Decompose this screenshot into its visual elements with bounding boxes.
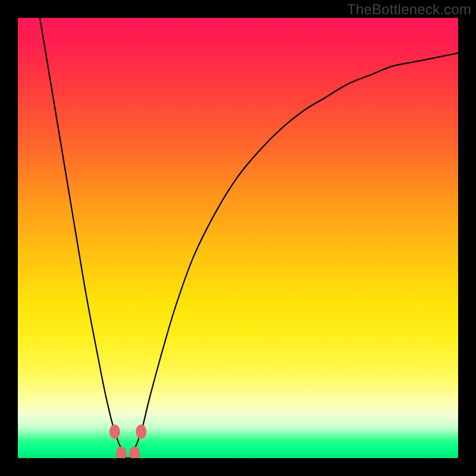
data-marker [109,425,120,439]
markers-group [109,425,146,458]
data-marker [116,447,127,458]
data-marker [136,425,146,439]
watermark-text: TheBottleneck.com [347,1,471,18]
chart-svg [18,18,458,458]
data-marker [129,447,140,458]
bottleneck-curve [40,18,458,458]
chart-frame: TheBottleneck.com [0,0,476,476]
plot-area [18,18,458,458]
